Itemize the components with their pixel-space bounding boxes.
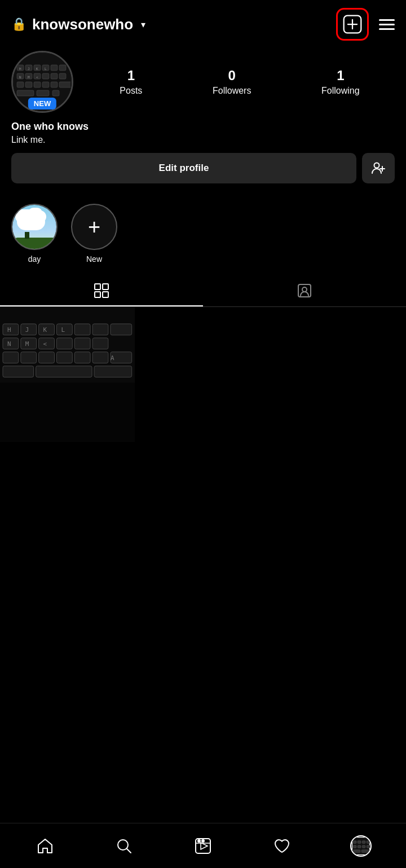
svg-rect-38	[103, 292, 108, 297]
svg-rect-86	[353, 845, 356, 848]
nav-reels[interactable]	[186, 829, 220, 863]
profile-name: One who knows	[11, 121, 395, 133]
bottom-nav	[0, 823, 406, 868]
nav-profile[interactable]	[344, 829, 378, 863]
photo-grid: H J K L N M < A	[0, 307, 406, 442]
svg-rect-15	[59, 73, 66, 79]
tab-row	[0, 275, 406, 307]
top-nav: 🔒 knowsonewho ▾	[0, 0, 406, 45]
followers-label: Followers	[213, 86, 251, 96]
svg-rect-21	[59, 82, 70, 87]
following-label: Following	[321, 86, 360, 96]
svg-rect-58	[56, 352, 72, 363]
chevron-down-icon[interactable]: ▾	[141, 19, 145, 30]
svg-rect-57	[39, 352, 55, 363]
svg-text:L: L	[45, 67, 47, 71]
svg-text:N: N	[7, 340, 11, 348]
svg-rect-91	[361, 849, 369, 852]
reels-icon	[194, 837, 212, 855]
svg-text:A: A	[111, 354, 114, 362]
svg-rect-36	[103, 284, 108, 290]
svg-text:K: K	[36, 67, 38, 71]
add-square-icon	[342, 14, 363, 34]
new-badge: NEW	[28, 98, 56, 109]
svg-text:M: M	[28, 75, 30, 79]
svg-point-79	[198, 840, 200, 842]
svg-rect-9	[59, 65, 66, 71]
grid-icon	[94, 283, 109, 299]
profile-bio: Link me.	[11, 135, 395, 145]
followers-count: 0	[228, 68, 236, 84]
svg-rect-82	[353, 840, 356, 843]
plus-icon: +	[88, 216, 100, 238]
grid-photo: H J K L N M < A	[0, 307, 135, 442]
svg-rect-22	[17, 90, 34, 96]
tagged-icon	[297, 283, 312, 299]
svg-rect-62	[3, 366, 34, 377]
svg-rect-20	[51, 82, 58, 87]
svg-rect-54	[92, 338, 108, 349]
svg-rect-13	[42, 73, 49, 79]
svg-rect-19	[42, 82, 49, 87]
svg-rect-55	[3, 352, 19, 363]
svg-rect-46	[74, 324, 90, 335]
edit-profile-button[interactable]: Edit profile	[11, 153, 356, 183]
svg-text:<: <	[36, 75, 38, 79]
svg-text:H: H	[7, 326, 11, 334]
add-person-button[interactable]	[362, 153, 395, 183]
highlight-new-circle: +	[71, 204, 117, 250]
svg-rect-85	[367, 840, 370, 843]
buttons-row: Edit profile	[11, 153, 395, 183]
svg-rect-14	[51, 73, 58, 79]
svg-rect-16	[17, 82, 24, 87]
profile-nav-keyboard-icon	[352, 837, 370, 855]
svg-rect-63	[36, 366, 92, 377]
svg-rect-84	[362, 840, 365, 843]
svg-rect-37	[95, 292, 100, 297]
svg-text:M: M	[25, 340, 29, 348]
svg-rect-72	[0, 383, 135, 441]
followers-stat[interactable]: 0 Followers	[213, 68, 251, 96]
svg-rect-90	[353, 849, 360, 852]
svg-rect-88	[362, 845, 365, 848]
svg-rect-23	[37, 90, 49, 96]
nav-right	[336, 8, 395, 41]
profile-section: H J K L N M < NEW 1 Posts 0 Fol	[0, 45, 406, 192]
svg-point-32	[374, 163, 379, 168]
nav-left: 🔒 knowsonewho ▾	[11, 16, 145, 33]
svg-rect-60	[92, 352, 108, 363]
tab-tagged[interactable]	[203, 275, 406, 306]
svg-rect-56	[21, 352, 37, 363]
svg-rect-64	[94, 366, 132, 377]
highlight-day[interactable]: day	[11, 204, 58, 264]
nav-activity[interactable]	[265, 829, 299, 863]
svg-rect-53	[74, 338, 90, 349]
svg-rect-87	[358, 845, 361, 848]
stats-row: 1 Posts 0 Followers 1 Following	[85, 68, 395, 96]
posts-label: Posts	[120, 86, 142, 96]
posts-count: 1	[127, 68, 135, 84]
following-stat[interactable]: 1 Following	[321, 68, 360, 96]
posts-stat[interactable]: 1 Posts	[120, 68, 142, 96]
svg-rect-17	[25, 82, 32, 87]
hamburger-menu-button[interactable]	[379, 19, 395, 30]
svg-rect-47	[92, 324, 108, 335]
grid-item[interactable]: H J K L N M < A	[0, 307, 135, 442]
svg-text:J: J	[28, 67, 30, 71]
lock-icon: 🔒	[11, 17, 27, 32]
tab-grid[interactable]	[0, 275, 203, 306]
highlight-day-label: day	[28, 255, 41, 264]
svg-text:H: H	[19, 67, 21, 71]
avatar-wrap[interactable]: H J K L N M < NEW	[11, 51, 73, 113]
svg-point-80	[202, 840, 204, 842]
svg-text:J: J	[25, 326, 29, 334]
highlights-row: day + New	[0, 192, 406, 269]
profile-nav-avatar	[350, 835, 372, 857]
new-post-button[interactable]	[336, 8, 369, 41]
svg-rect-8	[51, 65, 58, 71]
nav-search[interactable]	[107, 829, 141, 863]
svg-text:<: <	[43, 340, 47, 348]
highlight-new[interactable]: + New	[71, 204, 117, 264]
svg-line-75	[127, 849, 131, 853]
nav-home[interactable]	[28, 829, 62, 863]
